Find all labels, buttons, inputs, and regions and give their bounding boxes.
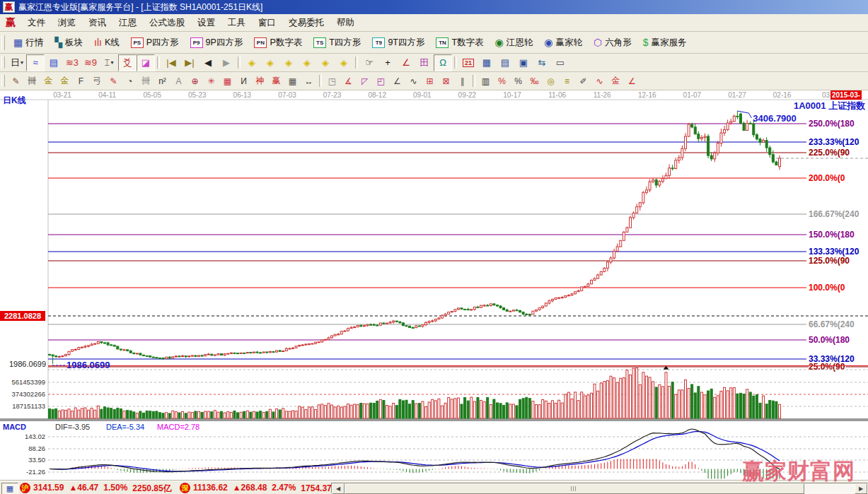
info-doc-icon[interactable]: ▤ [45,54,63,71]
calculator-icon[interactable]: ▦ [478,54,496,71]
draw-tool-9-icon[interactable]: 卌 [138,73,154,89]
gann-chart-tool-icon[interactable]: 爻 [118,54,137,71]
x-axis-tick: 10-17 [503,91,521,99]
goto-last-icon[interactable]: ▶| [180,54,199,71]
draw-tool-18-icon[interactable]: ▦ [284,73,301,89]
menu-item-7[interactable]: 工具 [221,15,252,31]
draw-tool-38-icon[interactable]: ∿ [591,73,608,89]
candlestick [746,123,748,130]
draw-tool-21-icon[interactable]: ◳ [324,73,340,89]
draw-tool-23-icon[interactable]: ◸ [357,73,373,89]
wave-3-icon[interactable]: ≋3 [63,54,81,71]
wave-9-icon[interactable]: ≋9 [81,54,100,71]
next-bar-icon[interactable]: ▶ [217,54,236,71]
draw-tool-16-icon[interactable]: 神 [252,73,268,89]
draw-tool-26-icon[interactable]: ∿ [405,73,422,89]
report-notes-icon[interactable]: ▤ [496,54,514,71]
scroll-right-icon[interactable]: ▶ [855,483,867,494]
draw-tool-39-icon[interactable]: 金 [608,73,624,89]
draw-tool-34-icon[interactable]: ‰ [526,73,543,89]
diamond-nav-1-icon[interactable]: ◈ [243,54,261,71]
draw-tool-15-icon[interactable]: И [236,73,252,89]
draw-tool-28-icon[interactable]: ⊠ [438,73,454,89]
draw-tool-14-icon[interactable]: ▦ [219,73,236,89]
draw-tool-3-icon[interactable]: 金 [40,73,57,89]
toolbar-button-gann-wheel[interactable]: ◉江恩轮 [490,35,539,51]
draw-tool-40-icon[interactable]: ∠ [624,73,640,89]
toolbar-button-hexagon[interactable]: ⬡六角形 [588,35,637,51]
draw-tool-37-icon[interactable]: ✐ [575,73,591,89]
menu-item-3[interactable]: 资讯 [82,15,112,31]
candle-style-icon[interactable]: ⌶▾ [100,54,118,71]
scroll-left-icon[interactable]: ◀ [332,483,345,494]
angle-measure-icon[interactable]: ∠ [397,54,415,71]
printer-icon[interactable]: ▭ [551,54,569,71]
quote-grid-icon[interactable]: ▦ [1,483,18,494]
prev-bar-icon[interactable]: ◀ [199,54,217,71]
draw-tool-13-icon[interactable]: ✳ [203,73,219,89]
menu-item-6[interactable]: 设置 [191,15,221,31]
diamond-nav-6-icon[interactable]: ◈ [335,54,353,71]
scrollbar-thumb[interactable] [345,483,804,494]
draw-tool-11-icon[interactable]: A [170,73,187,89]
draw-tool-8-icon[interactable]: ◔ [122,73,138,89]
toolbar-button-9t-square[interactable]: T99T四方形 [366,35,430,51]
draw-tool-4-icon[interactable]: 金 [57,73,73,89]
draw-tool-25-icon[interactable]: ∠ [389,73,405,89]
cycle-tool-icon[interactable]: Ω [434,54,452,71]
draw-tool-24-icon[interactable]: ◰ [373,73,389,89]
draw-tool-29-icon[interactable]: ∥ [454,73,470,89]
draw-tool-6-icon[interactable]: 弓 [89,73,105,89]
crosshair-icon[interactable]: + [378,54,397,71]
draw-tool-5-icon[interactable]: F [73,73,89,89]
draw-tool-36-icon[interactable]: ≡ [559,73,575,89]
draw-tool-33-icon[interactable]: % [510,73,526,89]
toolbar-button-p-number-table[interactable]: PNP数字表 [248,35,308,51]
draw-tool-19-icon[interactable]: ↔ [301,73,317,89]
macd-histogram-bar [591,464,591,469]
draw-tool-1-icon[interactable]: ✎ [8,73,24,89]
diamond-nav-4-icon[interactable]: ◈ [298,54,316,71]
chart-region[interactable]: 03-2104-1105-0505-2306-1307-0307-2308-12… [0,90,868,481]
draw-tool-17-icon[interactable]: 赢 [268,73,284,89]
draw-tool-31-icon[interactable]: ▥ [478,73,494,89]
draw-tool-27-icon[interactable]: ⊞ [422,73,438,89]
menu-item-4[interactable]: 江恩 [112,15,143,31]
drag-hand-icon[interactable]: ☞ [360,54,378,71]
draw-tool-2-icon[interactable]: 卌 [24,73,40,89]
toolbar-button-sectors[interactable]: ▚板块 [49,35,88,51]
menu-item-8[interactable]: 窗口 [252,15,282,31]
toolbar-button-winner-service[interactable]: $赢家服务 [637,35,693,51]
period-selector-icon[interactable]: 日▾ [8,54,26,71]
menu-item-10[interactable]: 帮助 [330,15,361,31]
menu-item-5[interactable]: 公式选股 [143,15,191,31]
draw-tool-35-icon[interactable]: ◎ [543,73,559,89]
candlestick [373,324,375,325]
draw-tool-10-icon[interactable]: n² [154,73,170,89]
diamond-nav-5-icon[interactable]: ◈ [316,54,335,71]
timeshare-view-icon[interactable]: ◪ [137,54,155,71]
toolbar-button-winner-wheel[interactable]: ◉赢家轮 [538,35,588,51]
draw-tool-32-icon[interactable]: % [494,73,510,89]
toolbar-button-9p-square[interactable]: P99P四方形 [185,35,249,51]
toolbar-button-kline[interactable]: ılıK线 [88,35,125,51]
draw-tool-22-icon[interactable]: ∡ [340,73,357,89]
title-bar[interactable]: 赢 赢家江恩专业版[赢家服务平台] - [上证指数 SH1A0001-251日K… [0,0,868,14]
toolbar-button-t-square[interactable]: TST四方形 [308,35,366,51]
calendar-21-icon[interactable]: 21 [459,54,478,71]
goto-first-icon[interactable]: |◀ [162,54,180,71]
toolbar-button-quotes[interactable]: ▦行情 [8,35,49,51]
zoom-region-icon[interactable]: ≈ [26,54,45,71]
toolbar-button-p-square[interactable]: PSP四方形 [125,35,185,51]
draw-tool-7-icon[interactable]: ✎ [105,73,122,89]
save-icon[interactable]: ▣ [514,54,533,71]
menu-item-2[interactable]: 浏览 [52,15,82,31]
toolbar-button-t-number-table[interactable]: TNT数字表 [430,35,489,51]
diamond-nav-3-icon[interactable]: ◈ [279,54,298,71]
draw-tool-12-icon[interactable]: ⊕ [187,73,203,89]
gann-square-tool-icon[interactable]: 田 [415,54,434,71]
menu-item-9[interactable]: 交易委托 [282,15,330,31]
network-icon[interactable]: ⇆ [533,54,551,71]
menu-item-1[interactable]: 文件 [21,15,52,31]
diamond-nav-2-icon[interactable]: ◈ [261,54,279,71]
